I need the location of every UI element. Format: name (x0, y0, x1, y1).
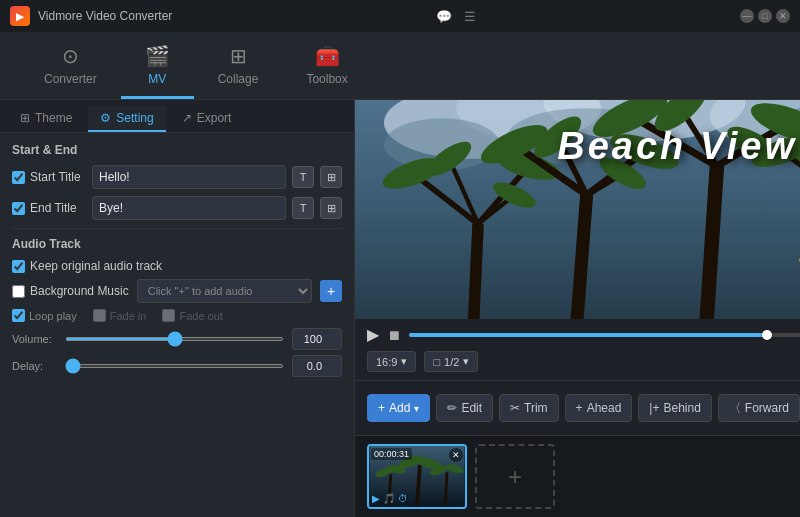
progress-bar[interactable] (409, 333, 800, 337)
ahead-label: Ahead (587, 401, 622, 415)
end-title-grid-btn[interactable]: ⊞ (320, 197, 342, 219)
video-preview: Beach View (355, 100, 800, 319)
panel-content: Start & End Start Title T ⊞ End Title T … (0, 133, 354, 517)
svg-line-60 (445, 472, 447, 507)
clip-close-btn[interactable]: ✕ (449, 448, 463, 462)
add-label: Add (389, 401, 410, 415)
start-title-label[interactable]: Start Title (12, 170, 86, 184)
add-clip-button[interactable]: + (475, 444, 555, 509)
add-audio-btn[interactable]: + (320, 280, 342, 302)
delay-label: Delay: (12, 360, 57, 372)
trim-label: Trim (524, 401, 548, 415)
theme-tab-label: Theme (35, 111, 72, 125)
clip-icons: ▶ 🎵 ⏱ (372, 493, 408, 504)
background-music-row: Background Music Click "+" to add audio … (12, 279, 342, 303)
aspect-dropdown-icon: ▾ (401, 355, 407, 368)
keep-original-checkbox[interactable] (12, 260, 25, 273)
start-title-input[interactable] (92, 165, 286, 189)
clip-audio-icon: 🎵 (383, 493, 395, 504)
behind-icon: |+ (649, 401, 659, 415)
content-area: ⊞ Theme ⚙ Setting ↗ Export Start & End S… (0, 100, 800, 517)
toolbox-icon: 🧰 (315, 44, 340, 68)
forward-button[interactable]: 〈 Forward (718, 394, 800, 422)
bg-music-select[interactable]: Click "+" to add audio (137, 279, 312, 303)
nav-mv-label: MV (148, 72, 166, 86)
start-title-font-btn[interactable]: T (292, 166, 314, 188)
audio-track-title: Audio Track (12, 237, 342, 251)
progress-fill (409, 333, 767, 337)
behind-button[interactable]: |+ Behind (638, 394, 712, 422)
clip-duration: 00:00:31 (371, 448, 412, 460)
bottom-toolbar: + Add ▾ ✏ Edit ✂ Trim + Ahead |+ Behind … (355, 380, 800, 435)
add-button[interactable]: + Add ▾ (367, 394, 430, 422)
right-panel: Beach View ▶ ⏹ 00:00:26.01/00:00:31.01 🔊 (355, 100, 800, 517)
nav-converter[interactable]: ⊙ Converter (20, 36, 121, 99)
edit-label: Edit (461, 401, 482, 415)
start-title-checkbox[interactable] (12, 171, 25, 184)
aspect-clip-controls: 16:9 ▾ □ 1/2 ▾ (367, 351, 478, 372)
bg-music-label[interactable]: Background Music (12, 284, 129, 298)
nav-collage[interactable]: ⊞ Collage (194, 36, 283, 99)
nav-converter-label: Converter (44, 72, 97, 86)
play-button[interactable]: ▶ (367, 325, 379, 344)
window-controls[interactable]: — □ ✕ (740, 9, 790, 23)
fade-out-label[interactable]: Fade out (162, 309, 222, 322)
nav-toolbox[interactable]: 🧰 Toolbox (282, 36, 371, 99)
svg-line-10 (471, 224, 478, 319)
delay-slider[interactable] (65, 364, 284, 368)
delay-row: Delay: (12, 355, 342, 377)
fade-in-label[interactable]: Fade in (93, 309, 147, 322)
title-bar-extra-icons: 💬 ☰ (436, 9, 476, 24)
app-icon: ▶ (10, 6, 30, 26)
volume-row: Volume: (12, 328, 342, 350)
minimize-button[interactable]: — (740, 9, 754, 23)
keep-original-label[interactable]: Keep original audio track (12, 259, 162, 273)
setting-tab-icon: ⚙ (100, 111, 111, 125)
aspect-ratio-value: 16:9 (376, 356, 397, 368)
clip-duration-icon: ⏱ (398, 493, 408, 504)
loop-play-label[interactable]: Loop play (12, 309, 77, 322)
nav-mv[interactable]: 🎬 MV (121, 36, 194, 99)
nav-toolbox-label: Toolbox (306, 72, 347, 86)
tab-theme[interactable]: ⊞ Theme (8, 106, 84, 132)
trim-button[interactable]: ✂ Trim (499, 394, 559, 422)
nav-collage-label: Collage (218, 72, 259, 86)
controls-bottom: 16:9 ▾ □ 1/2 ▾ Export (367, 349, 800, 374)
stop-button[interactable]: ⏹ (387, 327, 401, 343)
loop-play-checkbox[interactable] (12, 309, 25, 322)
volume-slider[interactable] (65, 337, 284, 341)
end-title-input[interactable] (92, 196, 286, 220)
export-tab-icon: ↗ (182, 111, 192, 125)
edit-button[interactable]: ✏ Edit (436, 394, 493, 422)
bg-music-checkbox[interactable] (12, 285, 25, 298)
beach-title: Beach View (355, 125, 800, 168)
sub-tabs: ⊞ Theme ⚙ Setting ↗ Export (0, 100, 354, 133)
start-title-grid-btn[interactable]: ⊞ (320, 166, 342, 188)
end-title-label[interactable]: End Title (12, 201, 86, 215)
main-nav: ⊙ Converter 🎬 MV ⊞ Collage 🧰 Toolbox (0, 32, 800, 100)
clip-item-1[interactable]: 00:00:31 ✕ ▶ 🎵 ⏱ (367, 444, 467, 509)
trim-icon: ✂ (510, 401, 520, 415)
forward-label: Forward (745, 401, 789, 415)
clip-number-btn[interactable]: □ 1/2 ▾ (424, 351, 478, 372)
tab-setting[interactable]: ⚙ Setting (88, 106, 165, 132)
progress-dot (762, 330, 772, 340)
end-title-checkbox[interactable] (12, 202, 25, 215)
end-title-font-btn[interactable]: T (292, 197, 314, 219)
volume-input[interactable] (292, 328, 342, 350)
maximize-button[interactable]: □ (758, 9, 772, 23)
aspect-ratio-btn[interactable]: 16:9 ▾ (367, 351, 416, 372)
end-title-row: End Title T ⊞ (12, 196, 342, 220)
left-panel: ⊞ Theme ⚙ Setting ↗ Export Start & End S… (0, 100, 355, 517)
volume-label: Volume: (12, 333, 57, 345)
app-title: Vidmore Video Converter (38, 9, 172, 23)
clip-play-icon: ▶ (372, 493, 380, 504)
ahead-button[interactable]: + Ahead (565, 394, 633, 422)
chat-icon: 💬 (436, 9, 452, 24)
close-button[interactable]: ✕ (776, 9, 790, 23)
converter-icon: ⊙ (62, 44, 79, 68)
timeline: 00:00:31 ✕ ▶ 🎵 ⏱ + (355, 435, 800, 517)
delay-input[interactable] (292, 355, 342, 377)
tab-export[interactable]: ↗ Export (170, 106, 244, 132)
start-title-row: Start Title T ⊞ (12, 165, 342, 189)
